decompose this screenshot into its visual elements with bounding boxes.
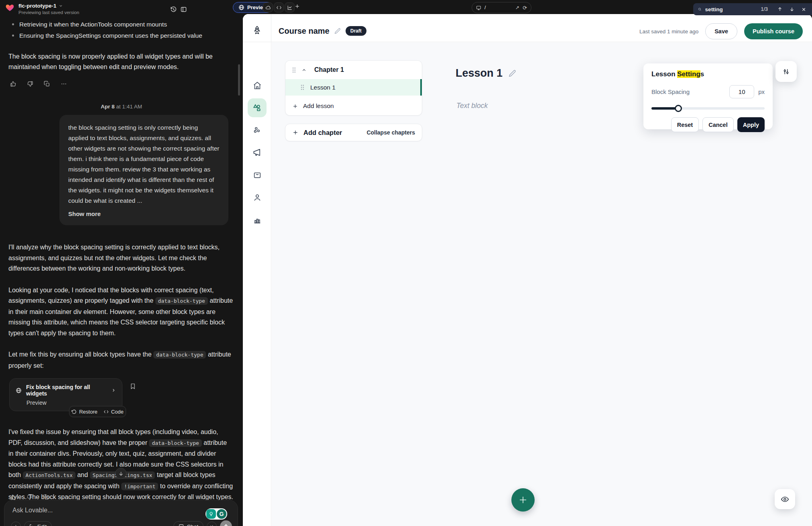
nav-announcements[interactable]: [243, 143, 271, 162]
drag-handle-icon[interactable]: [300, 84, 305, 90]
drag-handle-icon[interactable]: [292, 67, 296, 73]
find-in-page-bar: 1/3: [693, 3, 812, 15]
show-more-link[interactable]: Show more: [68, 209, 220, 219]
eye-icon: [781, 495, 789, 504]
globe-icon: [238, 4, 244, 10]
bookmark-icon[interactable]: [130, 383, 136, 389]
search-next-icon[interactable]: [789, 6, 795, 12]
slider-thumb[interactable]: [675, 105, 682, 112]
panel-toggle-icon[interactable]: [179, 5, 188, 14]
thumbs-up-icon[interactable]: [10, 81, 16, 87]
block-spacing-label: Block Spacing: [651, 88, 729, 95]
version-hover-toolbar: Restore Code: [69, 406, 126, 417]
scroll-to-bottom-button[interactable]: [115, 468, 126, 479]
assistant-bullet-list: Retrieving it when the ActionTools compo…: [12, 19, 243, 41]
open-external-icon[interactable]: ↗: [515, 5, 519, 10]
more-options-icon[interactable]: [59, 494, 65, 500]
voice-button[interactable]: [207, 522, 217, 526]
history-icon[interactable]: [169, 5, 178, 14]
arrow-down-icon: [118, 471, 124, 476]
fix-card-title: Fix block spacing for all widgets: [26, 384, 107, 397]
thumbs-down-icon[interactable]: [26, 494, 33, 500]
chat-input-box[interactable]: G Edit Chat: [4, 500, 238, 526]
ask-lovable-input[interactable]: [12, 507, 145, 514]
add-chapter-card: Add chapter Collapse chapters: [285, 124, 422, 141]
block-spacing-slider[interactable]: [651, 105, 765, 112]
chapter-card: Chapter 1 Lesson 1 Add lesson: [285, 60, 422, 116]
app-preview-panel: Course name Draft Last saved 1 minute ag…: [243, 14, 812, 526]
search-icon: [698, 6, 702, 12]
copy-icon[interactable]: [43, 494, 49, 500]
code-view-button[interactable]: [274, 2, 284, 12]
search-prev-icon[interactable]: [777, 6, 783, 12]
nav-home[interactable]: [243, 76, 271, 95]
message-timestamp: Apr 8 at 1:41 AM: [0, 104, 243, 110]
lesson-item-label: Lesson 1: [310, 84, 336, 91]
last-saved-text: Last saved 1 minute ago: [639, 29, 698, 35]
settings-title: Lesson Settings: [651, 70, 765, 78]
chapter-header[interactable]: Chapter 1: [285, 61, 422, 79]
assistant-paragraph: Let me fix this by ensuring all block ty…: [8, 349, 233, 371]
settings-toggle-button[interactable]: [775, 61, 797, 82]
add-lesson-button[interactable]: Add lesson: [285, 96, 422, 116]
add-block-fab[interactable]: [511, 488, 535, 512]
reset-button[interactable]: Reset: [671, 117, 699, 132]
restore-button[interactable]: Restore: [71, 409, 98, 415]
message-actions: [10, 81, 243, 87]
block-spacing-value-input[interactable]: [729, 85, 754, 98]
edit-mode-button[interactable]: Edit: [24, 521, 52, 526]
apply-button[interactable]: Apply: [737, 117, 765, 132]
thumbs-down-icon[interactable]: [27, 81, 33, 87]
nav-store[interactable]: [243, 165, 271, 184]
code-icon: [104, 409, 109, 414]
code-button[interactable]: Code: [104, 409, 124, 415]
chart-icon: [287, 5, 293, 10]
analytics-button[interactable]: [285, 2, 295, 12]
fix-card-subtitle: Preview: [26, 400, 116, 406]
collapse-chapters-link[interactable]: Collapse chapters: [366, 129, 415, 136]
send-button[interactable]: [220, 520, 232, 526]
sliders-icon: [782, 68, 790, 75]
lovable-logo-icon[interactable]: [5, 3, 14, 15]
cloud-button[interactable]: [263, 2, 273, 12]
edit-course-title-icon[interactable]: [334, 28, 341, 34]
project-menu[interactable]: flc-prototype-1: [18, 3, 79, 9]
search-input[interactable]: [705, 6, 757, 12]
bullet-item: Retrieving it when the ActionTools compo…: [12, 19, 243, 29]
bullet-item: Ensuring the SpacingSettings component u…: [12, 31, 243, 41]
url-bar[interactable]: / ↗ ⟳: [472, 2, 531, 13]
chevron-up-icon[interactable]: [301, 67, 307, 73]
plus-icon: [292, 103, 298, 109]
url-path: /: [484, 5, 512, 10]
nav-courses-active[interactable]: [243, 98, 271, 117]
new-tab-button[interactable]: [294, 3, 300, 9]
text-block-placeholder[interactable]: Text block: [456, 102, 488, 110]
attach-button[interactable]: [11, 522, 21, 526]
publish-course-button[interactable]: Publish course: [744, 23, 803, 39]
refresh-icon[interactable]: ⟳: [523, 5, 527, 11]
app-header: Course name Draft Last saved 1 minute ag…: [243, 14, 812, 42]
code-chip: !important: [121, 483, 158, 490]
preview-toggle-button[interactable]: [775, 489, 795, 509]
nav-profile[interactable]: [243, 188, 271, 207]
more-options-icon[interactable]: [61, 81, 67, 87]
rocket-icon: [252, 25, 262, 35]
thumbs-up-icon[interactable]: [10, 494, 16, 500]
grammarly-widget[interactable]: G: [206, 508, 227, 520]
user-message-text: the block spacing setting is only correc…: [68, 124, 220, 204]
edit-lesson-title-icon[interactable]: [509, 69, 516, 77]
draft-status-badge: Draft: [346, 26, 366, 36]
save-button[interactable]: Save: [705, 23, 737, 39]
chat-scrollbar[interactable]: [238, 64, 240, 96]
add-chapter-button[interactable]: Add chapter: [292, 129, 342, 137]
copy-icon[interactable]: [44, 81, 50, 87]
cancel-button[interactable]: Cancel: [702, 117, 734, 132]
chat-mode-button[interactable]: Chat: [173, 521, 204, 526]
nav-community[interactable]: [243, 120, 271, 139]
nav-analytics[interactable]: [243, 210, 271, 229]
code-chip: data-block-type: [155, 297, 208, 305]
lesson-list-item-active[interactable]: Lesson 1: [285, 79, 422, 96]
code-chip: data-block-type: [149, 439, 201, 447]
search-close-icon[interactable]: [801, 7, 806, 12]
chat-bubble-icon: [179, 524, 184, 526]
